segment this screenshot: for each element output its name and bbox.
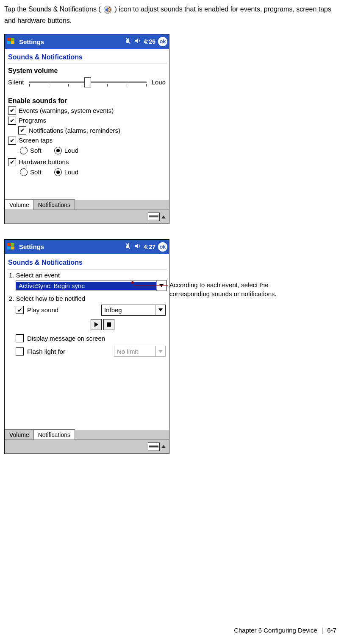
flash-label: Flash light for: [27, 347, 111, 356]
divider: [7, 64, 166, 64]
svg-rect-3: [7, 41, 11, 44]
stop-button[interactable]: [103, 319, 114, 330]
play-sound-checkbox[interactable]: ✔: [16, 306, 24, 314]
titlebar: Settings 4:26 ok: [5, 34, 169, 49]
footer-page: 6-7: [327, 627, 336, 634]
flash-checkbox[interactable]: [16, 347, 24, 356]
menu-up-icon[interactable]: [161, 445, 166, 448]
keyboard-icon[interactable]: [148, 442, 160, 451]
hw-soft-label: Soft: [30, 168, 42, 176]
programs-checkbox[interactable]: ✔: [8, 117, 16, 125]
sound-selected: Infbeg: [102, 306, 155, 314]
footer-chapter: Chapter 6 Configuring Device: [234, 627, 317, 634]
panel-title: Sounds & Notifications: [5, 254, 169, 269]
soft-key-bar: [5, 440, 169, 454]
content-area: System volume Silent Loud Enable sounds …: [5, 67, 169, 224]
taps-soft-radio[interactable]: [20, 147, 28, 154]
signal-icon[interactable]: [125, 37, 132, 46]
soft-key-bar: [5, 210, 169, 224]
start-icon[interactable]: [6, 242, 17, 252]
hwbtn-label: Hardware buttons: [19, 158, 69, 166]
display-msg-label: Display message on screen: [27, 334, 105, 343]
screenshot-volume-tab: Settings 4:26 ok Sounds & Notifications …: [4, 34, 169, 224]
ok-button[interactable]: ok: [158, 242, 167, 252]
sound-dropdown[interactable]: Infbeg: [101, 305, 166, 316]
step1-label: 1. Select an event: [8, 271, 166, 280]
flash-dropdown: No limit: [114, 346, 166, 357]
display-msg-checkbox[interactable]: [16, 334, 24, 342]
svg-rect-2: [11, 38, 14, 41]
stop-icon: [107, 322, 111, 327]
footer-sep: ｜: [319, 627, 325, 634]
screentaps-checkbox[interactable]: ✔: [8, 137, 16, 145]
chevron-down-icon: [155, 346, 165, 356]
play-sound-label: Play sound: [27, 306, 98, 314]
chevron-down-icon: [155, 305, 165, 315]
hw-loud-label: Loud: [64, 168, 78, 176]
start-icon[interactable]: [6, 36, 17, 47]
chevron-down-icon: [156, 280, 166, 291]
screenshot-notifications-tab: Settings 4:27 ok Sounds & Notifications …: [4, 239, 169, 454]
tab-notifications[interactable]: Notifications: [33, 429, 75, 440]
system-volume-label: System volume: [8, 67, 166, 76]
callout-line: [134, 285, 168, 286]
hw-soft-radio[interactable]: [20, 168, 28, 176]
volume-icon[interactable]: [134, 243, 141, 251]
tab-bar: Volume Notifications: [5, 200, 169, 210]
hwbtn-checkbox[interactable]: ✔: [8, 158, 16, 166]
events-label: Events (warnings, system events): [19, 106, 114, 115]
svg-rect-8: [11, 246, 14, 249]
panel-title: Sounds & Notifications: [5, 49, 169, 64]
event-selected: ActiveSync: Begin sync: [16, 282, 156, 290]
tab-bar: Volume Notifications: [5, 430, 169, 440]
flash-selected: No limit: [114, 347, 155, 356]
svg-rect-4: [11, 41, 14, 44]
titlebar: Settings 4:27 ok: [5, 240, 169, 254]
clock-time[interactable]: 4:27: [144, 243, 155, 251]
window-title: Settings: [17, 38, 125, 46]
divider: [7, 269, 166, 269]
notifications-checkbox[interactable]: ✔: [18, 126, 26, 134]
callout-text: According to each event, select the corr…: [169, 235, 297, 298]
taps-soft-label: Soft: [30, 146, 42, 155]
screentaps-label: Screen taps: [19, 136, 53, 145]
svg-rect-7: [7, 246, 11, 249]
signal-icon[interactable]: [125, 242, 132, 252]
svg-rect-6: [11, 243, 14, 246]
window-title: Settings: [17, 243, 125, 251]
intro-text: Tap the Sounds & Notifications ( ) icon …: [0, 0, 344, 26]
tab-volume[interactable]: Volume: [5, 429, 34, 440]
keyboard-icon[interactable]: [148, 213, 160, 221]
menu-up-icon[interactable]: [161, 216, 166, 218]
content-area: 1. Select an event ActiveSync: Begin syn…: [5, 271, 169, 454]
volume-slider[interactable]: [29, 78, 147, 90]
play-button[interactable]: [91, 319, 102, 330]
hw-loud-radio[interactable]: [54, 168, 62, 176]
tab-volume[interactable]: Volume: [5, 199, 34, 210]
ok-button[interactable]: ok: [158, 37, 167, 46]
silent-label: Silent: [8, 78, 24, 87]
enable-sounds-label: Enable sounds for: [8, 97, 166, 106]
taps-loud-radio[interactable]: [54, 147, 62, 154]
tab-notifications[interactable]: Notifications: [33, 199, 75, 210]
loud-label: Loud: [152, 78, 166, 87]
svg-rect-1: [7, 38, 11, 41]
programs-label: Programs: [19, 116, 46, 125]
events-checkbox[interactable]: ✔: [8, 106, 16, 115]
event-dropdown[interactable]: ActiveSync: Begin sync: [16, 280, 166, 291]
page-footer: Chapter 6 Configuring Device ｜ 6-7: [234, 625, 336, 636]
speaker-icon: [103, 6, 114, 13]
play-icon: [94, 322, 98, 327]
svg-rect-5: [7, 243, 11, 246]
clock-time[interactable]: 4:26: [144, 38, 155, 45]
volume-icon[interactable]: [134, 37, 141, 46]
taps-loud-label: Loud: [64, 146, 78, 155]
intro-before: Tap the Sounds & Notifications (: [4, 6, 101, 13]
notifications-label: Notifications (alarms, reminders): [29, 126, 120, 135]
step2-label: 2. Select how to be notified: [8, 294, 166, 303]
